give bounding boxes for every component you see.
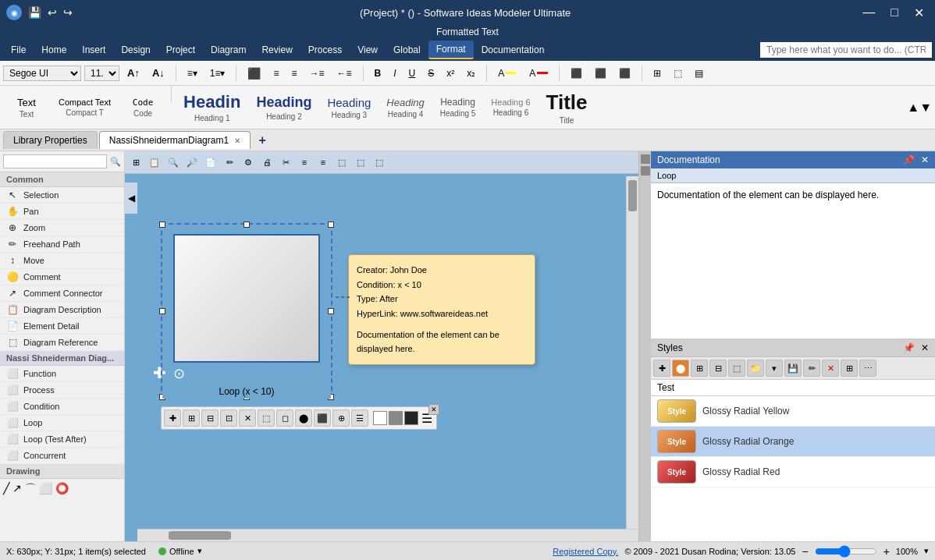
tool-loop[interactable]: ⬜ Loop xyxy=(0,415,124,431)
border-btn[interactable]: ⬚ xyxy=(669,66,687,81)
tool-pan[interactable]: ✋ Pan xyxy=(0,204,124,220)
draw-curve-tool[interactable]: ⌒ xyxy=(25,482,36,496)
align-right-btn[interactable]: ≡ xyxy=(287,66,302,81)
tool-freehand[interactable]: ✏ Freehand Path xyxy=(0,236,124,253)
style-down-btn[interactable]: ▾ xyxy=(766,360,783,377)
mini-btn3[interactable]: ⊟ xyxy=(201,409,219,427)
diagram-tb-btn8[interactable]: 🖨 xyxy=(258,154,276,171)
swatch-gray[interactable] xyxy=(389,411,403,425)
style-title[interactable]: Title Title xyxy=(539,86,595,129)
style-heading4[interactable]: Heading Heading 4 xyxy=(379,86,431,129)
mini-toolbar-close[interactable]: ✕ xyxy=(428,404,439,415)
tool-comment[interactable]: 🟡 Comment xyxy=(0,269,124,285)
diagram-tb-btn2[interactable]: 📋 xyxy=(146,154,163,171)
mini-btn4[interactable]: ⊡ xyxy=(220,409,237,427)
link-element-btn[interactable]: ⊙ xyxy=(173,365,185,382)
handle-bl[interactable] xyxy=(159,394,165,400)
numbered-list-btn[interactable]: 1≡▾ xyxy=(205,66,230,81)
side-tb-btn1[interactable] xyxy=(641,154,650,164)
subscript-btn[interactable]: x₂ xyxy=(462,66,480,81)
mini-add-btn[interactable]: ✚ xyxy=(164,409,181,427)
diagram-tb-btn1[interactable]: ⊞ xyxy=(127,154,144,171)
mini-btn7[interactable]: ◻ xyxy=(276,409,293,427)
diagram-tb-btn5[interactable]: 📄 xyxy=(202,154,219,171)
doc-textarea[interactable]: Documentation of the element can be disp… xyxy=(651,183,935,338)
draw-rect-tool[interactable]: ⬜ xyxy=(39,482,52,496)
strikethrough-btn[interactable]: S xyxy=(423,66,439,81)
menu-file[interactable]: File xyxy=(3,41,34,58)
highlight-btn[interactable]: A xyxy=(493,66,521,81)
tool-concurrent[interactable]: ⬜ Concurrent xyxy=(0,448,124,464)
canvas-scroll-v[interactable] xyxy=(626,176,638,529)
outdent-btn[interactable]: ←≡ xyxy=(332,66,357,81)
handle-tl[interactable] xyxy=(159,222,165,228)
align-left-btn[interactable]: ⬛ xyxy=(243,65,265,82)
menu-documentation[interactable]: Documentation xyxy=(474,41,553,58)
h-scroll-thumb[interactable] xyxy=(169,531,231,540)
quick-access-save[interactable]: 💾 xyxy=(28,6,41,19)
mini-btn11[interactable]: ☰ xyxy=(351,409,368,427)
align-bottom-btn[interactable]: ⬛ xyxy=(614,66,635,81)
v-scroll-thumb[interactable] xyxy=(628,180,637,211)
handle-mr[interactable] xyxy=(328,308,334,314)
tool-search-input[interactable] xyxy=(3,154,107,168)
mini-btn8[interactable]: ⬤ xyxy=(295,409,312,427)
styles-scroll-down[interactable]: ▼ xyxy=(919,101,932,115)
mini-btn6[interactable]: ⬚ xyxy=(258,409,275,427)
diagram-tb-btn14[interactable]: ⬚ xyxy=(371,154,388,171)
style-add-btn[interactable]: ✚ xyxy=(653,360,670,377)
tool-condition[interactable]: ⬜ Condition xyxy=(0,399,124,415)
style-delete-btn[interactable]: ✕ xyxy=(822,360,839,377)
indent-btn[interactable]: →≡ xyxy=(305,66,329,81)
align-center-btn[interactable]: ≡ xyxy=(268,66,283,81)
diagram-tb-btn4[interactable]: 🔎 xyxy=(183,154,201,171)
tool-loop-test-after[interactable]: ⬜ Loop (Test After) xyxy=(0,431,124,448)
mini-btn2[interactable]: ⊞ xyxy=(183,409,200,427)
style-copy-btn[interactable]: ⊞ xyxy=(691,360,708,377)
diagram-tb-btn6[interactable]: ✏ xyxy=(221,154,238,171)
menu-search-input[interactable] xyxy=(760,42,932,58)
swatch-black[interactable] xyxy=(404,411,418,425)
maximize-button[interactable]: □ xyxy=(886,4,903,22)
close-button[interactable]: ✕ xyxy=(909,4,929,22)
menu-home[interactable]: Home xyxy=(34,41,74,58)
style-heading1[interactable]: Headin Heading 1 xyxy=(176,86,247,129)
menu-global[interactable]: Global xyxy=(386,41,428,58)
tool-selection[interactable]: ↖ Selection xyxy=(0,187,124,204)
tool-move[interactable]: ↕ Move xyxy=(0,253,124,269)
draw-arrow-tool[interactable]: ↗ xyxy=(12,482,22,496)
diagram-tb-btn3[interactable]: 🔍 xyxy=(165,154,182,171)
menu-diagram[interactable]: Diagram xyxy=(203,41,254,58)
menu-format[interactable]: Format xyxy=(428,41,474,59)
diagram-tb-btn11[interactable]: ≡ xyxy=(315,154,332,171)
underline-btn[interactable]: U xyxy=(404,66,421,81)
styles-close-icon[interactable]: ✕ xyxy=(921,342,929,353)
bold-btn[interactable]: B xyxy=(370,66,386,81)
tool-process[interactable]: ⬜ Process xyxy=(0,382,124,399)
handle-tm[interactable] xyxy=(244,222,250,228)
menu-project[interactable]: Project xyxy=(158,41,203,58)
tool-zoom[interactable]: ⊕ Zoom xyxy=(0,220,124,236)
style-extra-btn[interactable]: ⋯ xyxy=(859,360,876,377)
tool-comment-connector[interactable]: ↗ Comment Connector xyxy=(0,285,124,302)
menu-design[interactable]: Design xyxy=(113,41,158,58)
handle-bm[interactable] xyxy=(244,394,250,400)
decrease-font-btn[interactable]: A↓ xyxy=(148,65,169,81)
tool-element-detail[interactable]: 📄 Element Detail xyxy=(0,318,124,335)
draw-line-tool[interactable]: ╱ xyxy=(3,482,9,496)
quick-access-redo[interactable]: ↪ xyxy=(63,6,73,19)
style-row-red[interactable]: Style Glossy Radial Red xyxy=(651,457,935,487)
style-folder-btn[interactable]: 📁 xyxy=(747,360,764,377)
diagram-canvas[interactable]: ✚ ⊙ Loo xyxy=(137,176,638,529)
style-grid-btn[interactable]: ⊟ xyxy=(709,360,727,377)
styles-scroll-up[interactable]: ▲ xyxy=(907,101,919,115)
styles-scroll[interactable]: ▲ ▼ xyxy=(907,86,932,129)
tab-add-button[interactable]: + xyxy=(252,130,272,151)
swatch-white[interactable] xyxy=(373,411,387,425)
diagram-tb-btn7[interactable]: ⚙ xyxy=(240,154,257,171)
diagram-tb-btn9[interactable]: ✂ xyxy=(277,154,294,171)
align-top-btn[interactable]: ⬛ xyxy=(566,66,587,81)
mini-btn10[interactable]: ⊕ xyxy=(332,409,350,427)
doc-close-icon[interactable]: ✕ xyxy=(921,154,929,165)
menu-view[interactable]: View xyxy=(350,41,386,58)
